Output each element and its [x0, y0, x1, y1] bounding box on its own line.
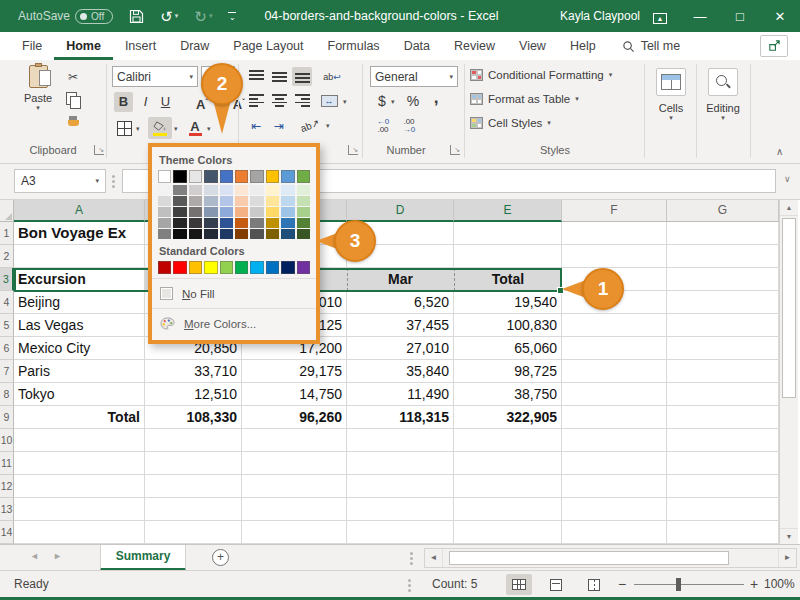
cell-C9[interactable]: 96,260 — [242, 406, 347, 429]
column-header-G[interactable]: G — [667, 200, 779, 222]
swatch-F7CBAC[interactable] — [235, 196, 248, 206]
cell-F5[interactable] — [562, 314, 667, 337]
swatch-FFFFFF[interactable] — [158, 170, 171, 183]
prev-sheet-icon[interactable]: ◄ — [30, 551, 53, 561]
increase-indent-button[interactable]: ⇥ — [269, 116, 289, 135]
tab-help[interactable]: Help — [558, 32, 608, 60]
cell-D10[interactable] — [347, 429, 454, 452]
tab-review[interactable]: Review — [442, 32, 507, 60]
swatch-F2F2F2[interactable] — [158, 185, 171, 195]
cell-A10[interactable] — [14, 429, 145, 452]
row-header-6[interactable]: 6 — [0, 337, 14, 360]
format-painter-button[interactable] — [62, 112, 84, 130]
swatch-161616[interactable] — [189, 229, 202, 239]
cell-C14[interactable] — [242, 521, 347, 544]
close-button[interactable]: ✕ — [760, 9, 800, 24]
cell-G8[interactable] — [667, 383, 779, 406]
cell-E8[interactable]: 38,750 — [454, 383, 562, 406]
cell-A8[interactable]: Tokyo — [14, 383, 145, 406]
cell-F9[interactable] — [562, 406, 667, 429]
scroll-left-icon[interactable]: ◄ — [425, 549, 443, 567]
swatch-A5A5A5[interactable] — [250, 170, 263, 183]
zoom-slider-thumb[interactable] — [676, 578, 681, 591]
swatch-002060[interactable] — [281, 261, 294, 274]
cell-C13[interactable] — [242, 498, 347, 521]
formula-bar-splitter[interactable] — [112, 175, 115, 188]
sheet-nav-arrows[interactable]: ◄► — [30, 551, 76, 561]
select-all-corner[interactable] — [0, 200, 14, 222]
cell-D7[interactable]: 35,840 — [347, 360, 454, 383]
number-format-select[interactable]: General▾ — [370, 66, 458, 87]
cell-F2[interactable] — [562, 245, 667, 268]
row-header-9[interactable]: 9 — [0, 406, 14, 429]
horizontal-scrollbar[interactable]: ◄ ► — [424, 548, 797, 568]
cell-D9[interactable]: 118,315 — [347, 406, 454, 429]
swatch-595959[interactable] — [173, 196, 186, 206]
tab-formulas[interactable]: Formulas — [316, 32, 392, 60]
swatch-1F4E79[interactable] — [281, 229, 294, 239]
row-header-2[interactable]: 2 — [0, 245, 14, 268]
cell-G4[interactable] — [667, 291, 779, 314]
cell-E6[interactable]: 65,060 — [454, 337, 562, 360]
tab-page-layout[interactable]: Page Layout — [221, 32, 315, 60]
cell-E11[interactable] — [454, 452, 562, 475]
swatch-757171[interactable] — [189, 207, 202, 217]
next-sheet-icon[interactable]: ► — [53, 551, 76, 561]
cell-G5[interactable] — [667, 314, 779, 337]
swatch-8496B0[interactable] — [204, 207, 217, 217]
swatch-808080[interactable] — [173, 185, 186, 195]
scroll-up-icon[interactable]: ▲ — [780, 200, 798, 216]
swatch-AEAAAA[interactable] — [189, 196, 202, 206]
cell-D8[interactable]: 11,490 — [347, 383, 454, 406]
tab-home[interactable]: Home — [54, 32, 113, 60]
swatch-7B7B7B[interactable] — [250, 218, 263, 228]
swatch-222B35[interactable] — [204, 229, 217, 239]
cell-E1[interactable] — [454, 222, 562, 245]
cell-A6[interactable]: Mexico City — [14, 337, 145, 360]
column-header-A[interactable]: A — [14, 200, 145, 222]
cell-F12[interactable] — [562, 475, 667, 498]
swatch-4472C4[interactable] — [220, 170, 233, 183]
cell-B11[interactable] — [145, 452, 242, 475]
minimize-button[interactable]: — — [680, 9, 720, 24]
borders-button[interactable] — [114, 118, 134, 138]
swatch-C55A11[interactable] — [235, 218, 248, 228]
swatch-D9D9D9[interactable] — [158, 196, 171, 206]
bold-button[interactable]: B — [114, 92, 133, 112]
swatch-538135[interactable] — [297, 218, 310, 228]
tell-me-box[interactable]: Tell me — [622, 39, 681, 53]
sheet-tab-summary[interactable]: Summary — [100, 545, 186, 571]
orientation-caret-icon[interactable]: ▾ — [326, 122, 330, 130]
top-align-button[interactable] — [246, 67, 266, 86]
swatch-ACB9CA[interactable] — [204, 196, 217, 206]
cell-B9[interactable]: 108,330 — [145, 406, 242, 429]
swatch-333F4F[interactable] — [204, 218, 217, 228]
scroll-down-icon[interactable]: ▼ — [780, 528, 798, 544]
cell-G12[interactable] — [667, 475, 779, 498]
share-button[interactable] — [760, 35, 788, 57]
cell-C11[interactable] — [242, 452, 347, 475]
swatch-808080[interactable] — [158, 229, 171, 239]
row-header-12[interactable]: 12 — [0, 475, 14, 498]
borders-caret-icon[interactable]: ▾ — [136, 125, 140, 133]
cell-F8[interactable] — [562, 383, 667, 406]
decrease-indent-button[interactable]: ⇤ — [246, 116, 266, 135]
swatch-262626[interactable] — [173, 218, 186, 228]
swatch-9DC3E6[interactable] — [281, 207, 294, 217]
column-header-F[interactable]: F — [562, 200, 667, 222]
cell-E4[interactable]: 19,540 — [454, 291, 562, 314]
swatch-FFE599[interactable] — [266, 196, 279, 206]
cell-D3[interactable]: Mar — [347, 268, 454, 291]
cell-D6[interactable]: 27,010 — [347, 337, 454, 360]
customize-quick-access-button[interactable]: ⌄ — [228, 12, 236, 20]
cell-E13[interactable] — [454, 498, 562, 521]
swatch-833C00[interactable] — [235, 229, 248, 239]
underline-button[interactable]: U — [156, 92, 175, 112]
swatch-B4C6E7[interactable] — [220, 196, 233, 206]
swatch-C9C9C9[interactable] — [250, 207, 263, 217]
cell-F11[interactable] — [562, 452, 667, 475]
swatch-D6DCE4[interactable] — [204, 185, 217, 195]
zoom-out-button[interactable]: − — [618, 576, 626, 592]
row-header-13[interactable]: 13 — [0, 498, 14, 521]
cell-A1[interactable]: Bon Voyage Ex — [14, 222, 145, 245]
